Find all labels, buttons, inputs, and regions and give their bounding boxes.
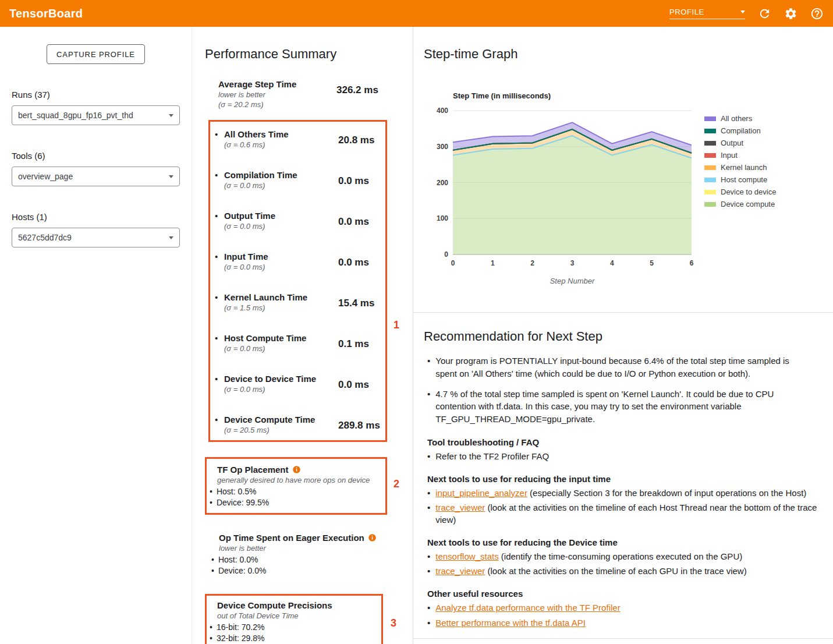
info-icon[interactable]	[368, 533, 377, 542]
reload-icon[interactable]	[758, 7, 771, 20]
section-item-text: (especially Section 3 for the breakdown …	[527, 488, 806, 498]
hosts-select[interactable]: 5627c5dd7dc9	[12, 228, 180, 247]
recommendation-bullets: •Your program is POTENTIALLY input-bound…	[427, 355, 821, 426]
legend-item-host-compute[interactable]: Host compute	[704, 176, 776, 183]
recommendation-bullet: •Your program is POTENTIALLY input-bound…	[427, 355, 813, 380]
x-tick-label: 0	[451, 259, 455, 267]
help-icon[interactable]	[810, 7, 824, 20]
legend-label: Output	[721, 139, 743, 147]
tf-op-placement-host: •Host: 0.5%	[207, 486, 381, 497]
metric-row-output-time: •Output Time(σ = 0.0 ms)0.0 ms	[215, 211, 385, 252]
metric-row-device-compute-time: •Device Compute Time(σ = 20.5 ms)289.8 m…	[215, 415, 385, 440]
recommendation-text: 4.7 % of the total step time sampled is …	[435, 388, 813, 426]
precision-16bit: •16-bit: 70.2%	[207, 622, 377, 633]
runs-select-value: bert_squad_8gpu_fp16_pvt_thd	[18, 111, 133, 120]
section-item: •Analyze tf.data performance with the TF…	[427, 602, 821, 614]
header-actions: PROFILE	[669, 7, 824, 20]
dashboard-selector[interactable]: PROFILE	[669, 8, 745, 19]
x-tick-label: 6	[690, 259, 694, 267]
metric-label: Device Compute Time	[224, 415, 338, 425]
section-item-text: (look at the activities on the timeline …	[485, 566, 746, 576]
section-item-text: Refer to the TF2 Profiler FAQ	[435, 451, 549, 461]
chart-title: Step Time (in milliseconds)	[453, 91, 833, 100]
x-tick-label: 1	[491, 259, 495, 267]
legend-label: Host compute	[721, 176, 767, 183]
hosts-select-value: 5627c5dd7dc9	[18, 233, 72, 242]
step-time-chart-area: Step Time (in milliseconds) 010020030040…	[432, 91, 833, 285]
metric-sigma: (σ = 0.0 ms)	[224, 384, 338, 394]
legend-item-device-to-device[interactable]: Device to device	[704, 188, 776, 196]
legend-swatch	[704, 178, 716, 182]
eager-host: •Host: 0.0%	[208, 554, 387, 565]
legend-swatch	[704, 153, 716, 158]
section-item: •input_pipeline_analyzer (especially Sec…	[427, 487, 821, 499]
step-time-graph-title: Step-time Graph	[424, 47, 833, 62]
bullet-dot: •	[427, 451, 430, 462]
tools-select-value: overview_page	[18, 172, 73, 181]
tools-select[interactable]: overview_page	[12, 167, 180, 186]
bullet-dot: •	[210, 486, 212, 497]
main-content: CAPTURE PROFILE Runs (37) bert_squad_8gp…	[0, 27, 833, 644]
section-heading-other-useful-resources: Other useful resources	[427, 589, 821, 599]
step-time-graph-panel: Step-time Graph Step Time (in millisecon…	[413, 27, 833, 313]
legend-label: Input	[721, 151, 738, 159]
x-tick-label: 3	[570, 259, 575, 267]
bullet-dot: •	[215, 211, 224, 252]
x-tick-label: 4	[610, 259, 614, 267]
link-input-pipeline-analyzer[interactable]: input_pipeline_analyzer	[435, 488, 527, 498]
chart-x-axis-label: Step Number	[453, 277, 692, 285]
link-tensorflow-stats[interactable]: tensorflow_stats	[435, 551, 498, 561]
dashboard-selector-value: PROFILE	[669, 8, 704, 16]
metric-value: 0.0 ms	[338, 211, 369, 252]
link-trace-viewer[interactable]: trace_viewer	[435, 503, 485, 512]
link-better-performance-with-the-tf-data-api[interactable]: Better performance with the tf.data API	[435, 618, 586, 628]
section-item-body: trace_viewer (look at the activities on …	[435, 502, 821, 526]
recommendation-bullet: •4.7 % of the total step time sampled is…	[427, 388, 813, 426]
runs-select[interactable]: bert_squad_8gpu_fp16_pvt_thd	[12, 105, 180, 125]
legend-item-device-compute[interactable]: Device compute	[704, 200, 776, 208]
metric-value: 0.1 ms	[338, 333, 369, 374]
bullet-dot: •	[427, 602, 430, 614]
compute-precisions-title: Device Compute Precisions	[217, 600, 332, 611]
bullet-dot: •	[215, 252, 224, 292]
gear-icon[interactable]	[784, 7, 797, 20]
legend-item-all-others[interactable]: All others	[704, 115, 776, 122]
metric-label: All Others Time	[224, 129, 338, 140]
eager-execution-title: Op Time Spent on Eager Execution	[219, 532, 364, 543]
bullet-dot: •	[211, 554, 214, 565]
metric-sigma: (σ = 20.5 ms)	[224, 425, 338, 435]
highlight-box-tf-op-placement: TF Op Placement generally desired to hav…	[205, 457, 387, 515]
metric-value: 15.4 ms	[338, 292, 374, 333]
section-item-body: Refer to the TF2 Profiler FAQ	[435, 451, 549, 462]
right-column: Step-time Graph Step Time (in millisecon…	[413, 27, 833, 644]
eager-execution-block: Op Time Spent on Eager Execution lower i…	[208, 532, 387, 576]
tf-op-placement-title: TF Op Placement	[217, 464, 289, 475]
section-item-text: (look at the activities on the timeline …	[435, 503, 817, 524]
legend-swatch	[704, 129, 716, 133]
legend-item-output[interactable]: Output	[704, 139, 776, 147]
link-trace-viewer[interactable]: trace_viewer	[435, 566, 485, 576]
y-tick-label: 100	[437, 214, 448, 222]
chevron-down-icon	[169, 236, 173, 239]
metric-value: 0.0 ms	[338, 252, 369, 292]
metric-value: 0.0 ms	[338, 170, 369, 211]
capture-profile-button[interactable]: CAPTURE PROFILE	[47, 44, 145, 64]
legend-item-input[interactable]: Input	[704, 151, 776, 159]
section-item: •Refer to the TF2 Profiler FAQ	[427, 451, 821, 462]
average-step-time-sigma: (σ = 20.2 ms)	[218, 100, 336, 109]
info-icon[interactable]	[292, 465, 301, 474]
legend-item-kernel-launch[interactable]: Kernel launch	[704, 164, 776, 171]
annotation-3: 3	[391, 617, 396, 629]
legend-item-compilation[interactable]: Compilation	[704, 127, 776, 135]
section-item: •tensorflow_stats (identify the time-con…	[427, 551, 821, 562]
recommendation-panel: Recommendation for Next Step •Your progr…	[413, 313, 833, 629]
performance-summary-panel: Performance Summary Average Step Time lo…	[192, 27, 413, 644]
section-heading-tool-troubleshooting-faq: Tool troubleshooting / FAQ	[427, 437, 821, 447]
annotation-2: 2	[394, 478, 399, 490]
metric-value: 20.8 ms	[338, 129, 374, 170]
bullet-dot: •	[427, 502, 430, 526]
metric-row-compilation-time: •Compilation Time(σ = 0.0 ms)0.0 ms	[215, 170, 385, 211]
bullet-dot: •	[215, 129, 224, 170]
legend-swatch	[704, 165, 716, 170]
link-analyze-tf-data-performance-with-the-tf-profiler[interactable]: Analyze tf.data performance with the TF …	[435, 603, 620, 613]
